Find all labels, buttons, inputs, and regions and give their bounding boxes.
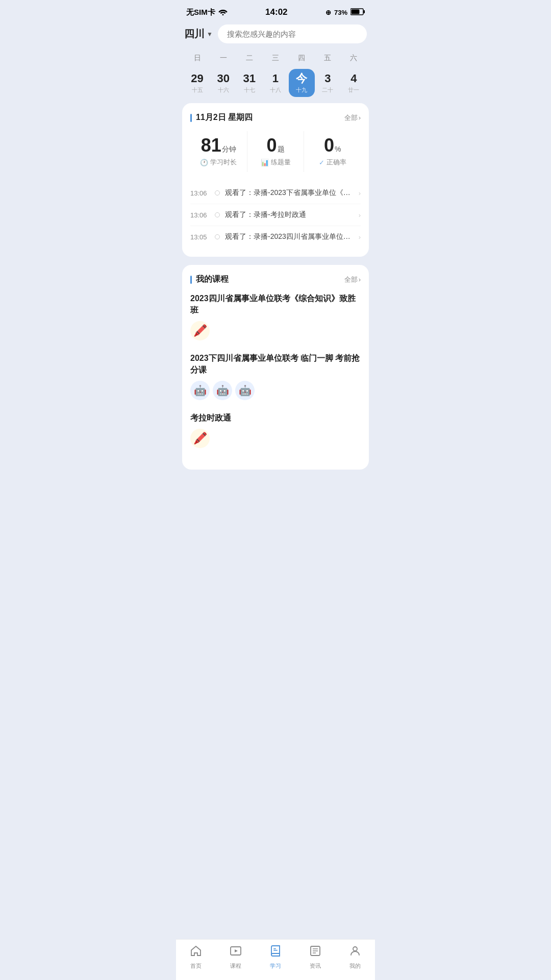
weekday-6: 六 xyxy=(341,52,367,65)
activity-dot-3 xyxy=(215,234,220,239)
calendar: 日 一 二 三 四 五 六 29十五30十六31十七1十八今十九3二十4廿一 xyxy=(176,50,375,103)
title-bar-decoration xyxy=(190,114,192,122)
course-item-1[interactable]: 2023四川省属事业单位联考《综合知识》致胜班 🖍️ xyxy=(190,293,361,340)
weekday-5: 五 xyxy=(315,52,341,65)
study-card: 11月2日 星期四 全部 › 81 分钟 🕐 学习时长 0 xyxy=(182,103,369,257)
cal-day-0[interactable]: 29十五 xyxy=(184,69,210,97)
time-text: 14:02 xyxy=(265,7,287,17)
weekday-0: 日 xyxy=(184,52,210,65)
activity-dot-2 xyxy=(215,212,220,217)
nav-profile-label: 我的 xyxy=(349,962,361,970)
course-item-3[interactable]: 考拉时政通 🖍️ xyxy=(190,412,361,448)
avatar-3: 🖍️ xyxy=(190,429,210,448)
avatar-2c: 🤖 xyxy=(235,381,255,400)
wifi-icon xyxy=(218,8,228,17)
nav-study-label: 学习 xyxy=(270,962,281,970)
activity-text-1: 观看了：录播-2023下省属事业单位《综合知识》千题... xyxy=(225,188,354,198)
carrier-text: 无SIM卡 xyxy=(186,8,215,17)
course-item-2[interactable]: 2023下四川省属事业单位联考 临门一脚 考前抢分课 🤖 🤖 🤖 xyxy=(190,353,361,400)
activity-time-3: 13:05 xyxy=(190,233,210,241)
weekday-1: 一 xyxy=(210,52,236,65)
course-title-1: 2023四川省属事业单位联考《综合知识》致胜班 xyxy=(190,293,361,316)
calendar-days: 29十五30十六31十七1十八今十九3二十4廿一 xyxy=(184,69,367,97)
battery-icon xyxy=(350,8,365,17)
svg-point-0 xyxy=(222,14,223,15)
svg-rect-6 xyxy=(273,948,276,949)
weekday-4: 四 xyxy=(289,52,315,65)
courses-header: 我的课程 全部 › xyxy=(190,274,361,285)
stat-study-time: 81 分钟 🕐 学习时长 xyxy=(190,131,247,172)
svg-rect-7 xyxy=(273,950,278,951)
activity-text-3: 观看了：录播-2023四川省属事业单位联考《综合知识... xyxy=(225,232,354,241)
nav-study[interactable]: 学习 xyxy=(263,945,288,970)
cal-day-2[interactable]: 31十七 xyxy=(236,69,262,97)
stat-practice-value: 0 题 xyxy=(266,136,284,155)
avatar-2a: 🤖 xyxy=(190,381,210,400)
stat-accuracy-value: 0 % xyxy=(324,136,341,155)
stat-practice-label: 📊 练题量 xyxy=(261,158,291,167)
courses-view-all[interactable]: 全部 › xyxy=(344,275,361,284)
course-title-3: 考拉时政通 xyxy=(190,412,361,424)
course-title-2: 2023下四川省属事业单位联考 临门一脚 考前抢分课 xyxy=(190,353,361,376)
course-avatars-3: 🖍️ xyxy=(190,429,361,448)
header: 四川 ▼ xyxy=(176,21,375,50)
nav-courses-label: 课程 xyxy=(230,962,241,970)
status-right: ⊕ 73% xyxy=(325,8,365,17)
stat-accuracy: 0 % ✓ 正确率 xyxy=(304,131,361,172)
book-icon xyxy=(269,945,282,960)
activity-item-2[interactable]: 13:06 观看了：录播-考拉时政通 › xyxy=(190,204,361,226)
stat-time-label: 🕐 学习时长 xyxy=(200,158,237,167)
nav-profile[interactable]: 我的 xyxy=(342,945,368,970)
avatar-1: 🖍️ xyxy=(190,321,210,340)
cal-day-6[interactable]: 4廿一 xyxy=(341,69,367,97)
play-icon xyxy=(230,945,242,960)
cal-day-4[interactable]: 今十九 xyxy=(289,69,315,97)
news-icon xyxy=(309,945,321,960)
nav-news-label: 资讯 xyxy=(310,962,321,970)
bar-chart-icon: 📊 xyxy=(261,159,269,166)
location-icon: ⊕ xyxy=(325,9,331,16)
study-card-header: 11月2日 星期四 全部 › xyxy=(190,112,361,123)
activity-item-3[interactable]: 13:05 观看了：录播-2023四川省属事业单位联考《综合知识... › xyxy=(190,226,361,248)
cal-day-5[interactable]: 3二十 xyxy=(315,69,341,97)
svg-marker-5 xyxy=(235,949,238,952)
study-date: 11月2日 星期四 xyxy=(196,112,253,123)
nav-home[interactable]: 首页 xyxy=(183,945,209,970)
search-input[interactable] xyxy=(218,24,367,43)
cal-day-1[interactable]: 30十六 xyxy=(210,69,236,97)
courses-arrow-icon: › xyxy=(359,276,361,283)
home-icon xyxy=(190,945,202,960)
nav-news[interactable]: 资讯 xyxy=(303,945,328,970)
weekday-2: 二 xyxy=(236,52,262,65)
courses-section: 我的课程 全部 › 2023四川省属事业单位联考《综合知识》致胜班 🖍️ 202… xyxy=(182,265,369,470)
nav-courses[interactable]: 课程 xyxy=(223,945,248,970)
clock-icon: 🕐 xyxy=(200,159,208,166)
course-avatars-1: 🖍️ xyxy=(190,321,361,340)
cal-day-3[interactable]: 1十八 xyxy=(262,69,288,97)
svg-rect-3 xyxy=(352,9,360,14)
course-avatars-2: 🤖 🤖 🤖 xyxy=(190,381,361,400)
arrow-icon-3: › xyxy=(359,233,361,241)
region-selector[interactable]: 四川 ▼ xyxy=(184,27,213,41)
activity-item-1[interactable]: 13:06 观看了：录播-2023下省属事业单位《综合知识》千题... › xyxy=(190,182,361,204)
study-view-all[interactable]: 全部 › xyxy=(344,113,361,122)
battery-text: 73% xyxy=(334,9,347,16)
arrow-icon-1: › xyxy=(359,189,361,197)
svg-rect-2 xyxy=(364,10,365,13)
activity-list: 13:06 观看了：录播-2023下省属事业单位《综合知识》千题... › 13… xyxy=(190,182,361,248)
arrow-right-icon: › xyxy=(359,114,361,121)
stat-accuracy-label: ✓ 正确率 xyxy=(319,158,346,167)
status-left: 无SIM卡 xyxy=(186,8,228,17)
courses-title-bar xyxy=(190,276,192,284)
profile-icon xyxy=(349,945,361,960)
calendar-weekdays: 日 一 二 三 四 五 六 xyxy=(184,52,367,65)
check-icon: ✓ xyxy=(319,159,324,166)
study-date-title: 11月2日 星期四 xyxy=(190,112,253,123)
courses-title: 我的课程 xyxy=(190,274,229,285)
chevron-down-icon: ▼ xyxy=(207,31,213,38)
activity-text-2: 观看了：录播-考拉时政通 xyxy=(225,210,354,219)
courses-title-text: 我的课程 xyxy=(196,274,229,285)
status-bar: 无SIM卡 14:02 ⊕ 73% xyxy=(176,0,375,21)
arrow-icon-2: › xyxy=(359,211,361,219)
svg-point-12 xyxy=(353,947,357,951)
